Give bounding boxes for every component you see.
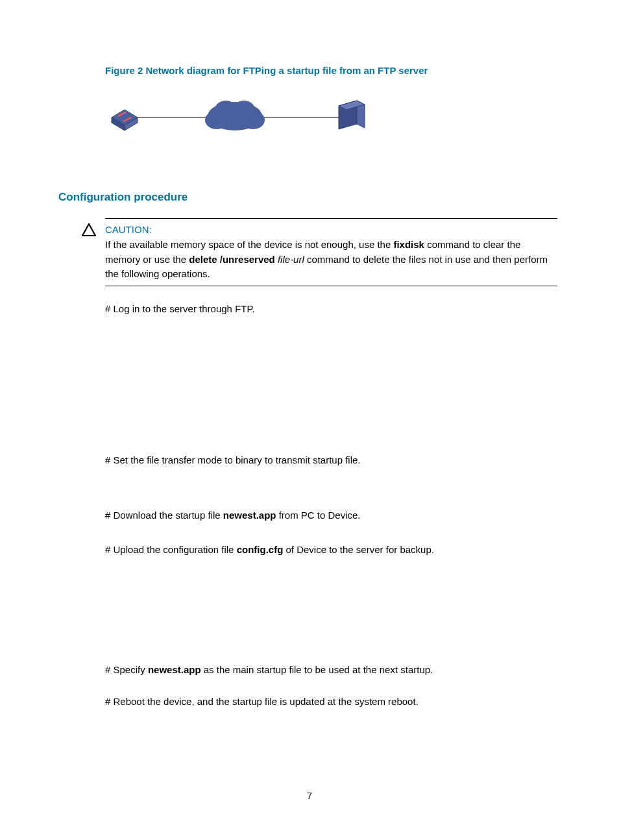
step-text-part: from PC to Device. xyxy=(276,510,360,521)
caution-block: CAUTION: If the available memory space o… xyxy=(84,218,557,286)
caution-text: If the available memory space of the dev… xyxy=(105,238,557,282)
step-text-part: # Specify xyxy=(105,664,148,675)
step-text: # Specify newest.app as the main startup… xyxy=(105,663,557,676)
step-text-part: # Upload the configuration file xyxy=(105,544,237,555)
page-number: 7 xyxy=(0,790,619,801)
step-text: # Log in to the server through FTP. xyxy=(105,302,557,315)
caution-text-part: If the available memory space of the dev… xyxy=(105,239,393,250)
network-cloud-icon xyxy=(205,101,265,130)
caution-command: fixdisk xyxy=(393,239,424,250)
step-filename: newest.app xyxy=(223,510,276,521)
server-icon xyxy=(339,101,365,129)
step-text: # Set the file transfer mode to binary t… xyxy=(105,453,557,467)
document-page: Figure 2 Network diagram for FTPing a st… xyxy=(0,0,619,840)
caution-arg: file-url xyxy=(278,254,304,265)
caution-label: CAUTION: xyxy=(105,224,557,235)
step-text: # Upload the configuration file config.c… xyxy=(105,543,557,556)
svg-point-10 xyxy=(234,101,254,116)
step-text: # Reboot the device, and the startup fil… xyxy=(105,695,557,708)
step-text-part: of Device to the server for backup. xyxy=(283,544,434,555)
section-heading: Configuration procedure xyxy=(58,191,557,204)
step-filename: config.cfg xyxy=(237,544,284,555)
figure-title: Figure 2 Network diagram for FTPing a st… xyxy=(105,65,557,76)
step-text: # Download the startup file newest.app f… xyxy=(105,508,557,522)
svg-marker-14 xyxy=(82,224,95,236)
router-icon xyxy=(112,110,138,130)
caution-command: delete /unreserved xyxy=(189,254,275,265)
step-text-part: as the main startup file to be used at t… xyxy=(201,664,433,675)
step-text-part: # Download the startup file xyxy=(105,510,223,521)
network-diagram xyxy=(105,92,557,145)
caution-icon xyxy=(82,223,96,238)
step-filename: newest.app xyxy=(148,664,201,675)
svg-point-9 xyxy=(215,101,236,116)
